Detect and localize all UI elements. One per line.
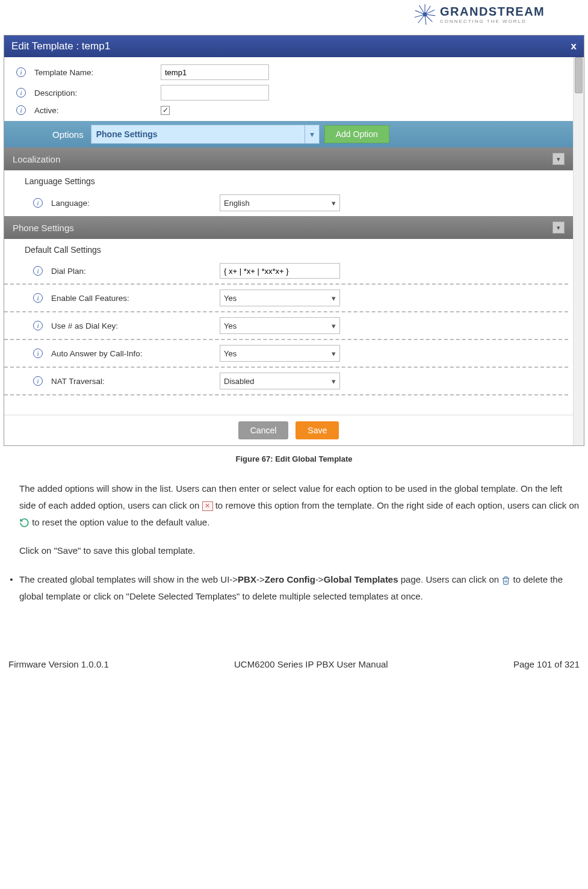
bullet-paragraph: • The created global templates will show… [0, 571, 588, 605]
enable-call-features-row: i Enable Call Features: Yes ▾ [4, 285, 568, 312]
footer-firmware: Firmware Version 1.0.0.1 [8, 659, 109, 669]
nat-traversal-select[interactable]: Disabled ▾ [220, 373, 340, 389]
bullet-dot: • [4, 571, 19, 605]
chevron-down-icon: ▾ [327, 377, 336, 386]
info-icon[interactable]: i [16, 88, 26, 98]
language-row: i Language: English ▾ [4, 190, 573, 216]
footer-manual-title: UCM6200 Series IP PBX User Manual [234, 659, 388, 669]
edit-template-dialog: Edit Template : temp1 x i Template Name:… [4, 35, 584, 446]
nat-traversal-row: i NAT Traversal: Disabled ▾ [4, 368, 568, 395]
localization-title: Localization [13, 154, 60, 164]
dial-plan-row: i Dial Plan: [4, 258, 568, 285]
remove-option-icon: ✕ [202, 501, 213, 511]
enable-call-features-select[interactable]: Yes ▾ [220, 290, 340, 306]
language-select-value: English [224, 199, 250, 208]
language-settings-subheader: Language Settings [4, 170, 573, 190]
options-bar: Options Phone Settings ▾ Add Option [4, 121, 573, 147]
auto-answer-label: Auto Answer by Call-Info: [51, 349, 220, 358]
use-hash-dial-key-row: i Use # as Dial Key: Yes ▾ [4, 312, 568, 340]
localization-section-header: Localization ▾ [4, 147, 573, 170]
dial-plan-input[interactable] [220, 263, 340, 279]
use-hash-dial-key-label: Use # as Dial Key: [51, 321, 220, 330]
info-icon[interactable]: i [33, 348, 43, 358]
info-icon[interactable]: i [33, 293, 43, 303]
brand-logo: GRANDSTREAM CONNECTING THE WORLD [413, 0, 588, 29]
auto-answer-row: i Auto Answer by Call-Info: Yes ▾ [4, 340, 568, 368]
active-checkbox[interactable]: ✓ [161, 106, 170, 115]
close-icon[interactable]: x [571, 40, 577, 52]
template-name-row: i Template Name: [4, 62, 573, 82]
language-select[interactable]: English ▾ [220, 194, 340, 211]
collapse-toggle-icon[interactable]: ▾ [552, 153, 565, 165]
template-name-input[interactable] [161, 64, 269, 80]
info-icon[interactable]: i [33, 198, 43, 208]
nat-traversal-label: NAT Traversal: [51, 377, 220, 386]
use-hash-dial-key-select[interactable]: Yes ▾ [220, 317, 340, 334]
chevron-down-icon: ▾ [327, 349, 336, 358]
active-label: Active: [34, 106, 161, 115]
info-icon[interactable]: i [33, 266, 43, 276]
trash-icon [501, 575, 510, 586]
figure-caption: Figure 67: Edit Global Template [0, 454, 588, 463]
info-icon[interactable]: i [33, 321, 43, 330]
save-button[interactable]: Save [296, 421, 339, 439]
phone-settings-title: Phone Settings [13, 223, 74, 233]
paragraph-2: Click on "Save" to save this global temp… [0, 542, 588, 559]
collapse-toggle-icon[interactable]: ▾ [552, 221, 565, 234]
svg-line-5 [425, 14, 432, 22]
chevron-down-icon: ▾ [327, 321, 336, 330]
info-icon[interactable]: i [16, 67, 26, 77]
auto-answer-select[interactable]: Yes ▾ [220, 345, 340, 362]
options-dropdown[interactable]: Phone Settings ▾ [91, 125, 320, 144]
description-input[interactable] [161, 85, 269, 101]
chevron-down-icon: ▾ [327, 199, 336, 208]
description-label: Description: [34, 88, 161, 98]
vertical-scrollbar[interactable] [573, 57, 584, 445]
template-name-label: Template Name: [34, 68, 161, 77]
page-footer: Firmware Version 1.0.0.1 UCM6200 Series … [0, 659, 588, 669]
info-icon[interactable]: i [16, 105, 26, 115]
phone-settings-section-header: Phone Settings ▾ [4, 216, 573, 239]
paragraph-1: The added options will show in the list.… [0, 480, 588, 530]
dialog-title-text: Edit Template : temp1 [11, 40, 110, 52]
brand-tagline: CONNECTING THE WORLD [440, 19, 545, 24]
info-icon[interactable]: i [33, 376, 43, 386]
description-row: i Description: [4, 82, 573, 103]
dialog-footer: Cancel Save [4, 415, 573, 445]
add-option-button[interactable]: Add Option [324, 125, 389, 143]
options-label: Options [52, 129, 84, 140]
dial-plan-label: Dial Plan: [51, 267, 220, 276]
cancel-button[interactable]: Cancel [238, 421, 289, 439]
reset-option-icon [19, 518, 29, 528]
dialog-titlebar: Edit Template : temp1 x [4, 36, 584, 57]
default-call-settings-subheader: Default Call Settings [4, 239, 573, 258]
options-dropdown-value: Phone Settings [91, 129, 305, 139]
brand-name: GRANDSTREAM [440, 5, 545, 19]
brand-logo-mark [413, 3, 436, 26]
scrollbar-thumb[interactable] [575, 57, 583, 93]
chevron-down-icon: ▾ [305, 125, 319, 143]
language-label: Language: [51, 199, 220, 208]
chevron-down-icon: ▾ [327, 294, 336, 303]
active-row: i Active: ✓ [4, 103, 573, 117]
enable-call-features-label: Enable Call Features: [51, 294, 220, 303]
footer-page-number: Page 101 of 321 [513, 659, 580, 669]
